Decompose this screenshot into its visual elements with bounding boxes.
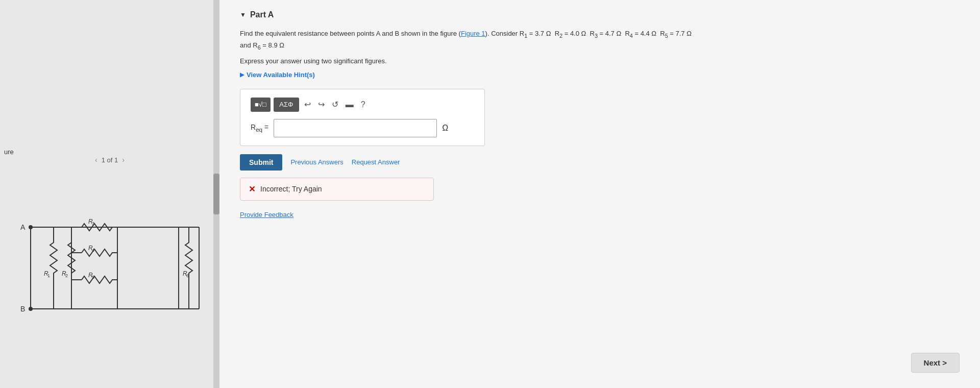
main-content: ▼ Part A Find the equivalent resistance …	[219, 0, 980, 388]
hint-arrow-icon: ▶	[240, 71, 244, 78]
sqrt-button[interactable]: ■√□	[251, 98, 271, 112]
svg-text:1: 1	[47, 273, 50, 278]
incorrect-icon: ✕	[249, 184, 255, 194]
submit-row: Submit Previous Answers Request Answer	[240, 154, 960, 171]
submit-button[interactable]: Submit	[240, 154, 282, 171]
omega-label: Ω	[442, 124, 448, 133]
request-answer-link[interactable]: Request Answer	[352, 158, 400, 166]
svg-text:A: A	[20, 223, 26, 231]
problem-text: Find the equivalent resistance between p…	[240, 29, 699, 52]
input-row: Req = Ω	[251, 119, 474, 137]
keyboard-icon: ▬	[346, 100, 354, 109]
pagination: ‹ 1 of 1 ›	[95, 156, 125, 164]
svg-text:B: B	[20, 305, 25, 313]
part-title: Part A	[250, 10, 274, 19]
figure-label: ure	[4, 148, 14, 156]
scroll-thumb[interactable]	[213, 174, 219, 214]
redo-icon: ↪	[318, 100, 325, 109]
redo-button[interactable]: ↪	[316, 99, 327, 110]
req-label: Req =	[251, 123, 268, 133]
next-button[interactable]: Next >	[911, 353, 960, 373]
sig-figs-note: Express your answer using two significan…	[240, 57, 960, 65]
prev-page-arrow[interactable]: ‹	[95, 156, 97, 164]
collapse-arrow[interactable]: ▼	[240, 11, 246, 18]
hint-link-text: View Available Hint(s)	[247, 71, 315, 79]
pagination-text: 1 of 1	[102, 156, 118, 164]
left-panel: ure ‹ 1 of 1 › A B R 1	[0, 0, 219, 388]
symbol-button[interactable]: ΑΣΦ	[274, 98, 299, 112]
question-icon: ?	[361, 100, 365, 109]
hint-link[interactable]: ▶ View Available Hint(s)	[240, 71, 960, 79]
symbol-label: ΑΣΦ	[279, 101, 293, 108]
feedback-link[interactable]: Provide Feedback	[240, 211, 960, 219]
part-header: ▼ Part A	[240, 10, 960, 19]
scrollbar[interactable]	[213, 0, 219, 388]
svg-text:2: 2	[65, 273, 68, 278]
previous-answers-link[interactable]: Previous Answers	[290, 158, 343, 166]
undo-button[interactable]: ↩	[302, 99, 313, 110]
keyboard-button[interactable]: ▬	[344, 99, 356, 110]
refresh-button[interactable]: ↺	[330, 99, 340, 110]
undo-icon: ↩	[304, 100, 311, 109]
answer-box: ■√□ ΑΣΦ ↩ ↪ ↺ ▬ ? Req = Ω	[240, 89, 485, 146]
incorrect-box: ✕ Incorrect; Try Again	[240, 178, 434, 201]
refresh-icon: ↺	[332, 100, 338, 109]
help-button[interactable]: ?	[359, 99, 368, 110]
next-page-arrow[interactable]: ›	[122, 156, 125, 164]
incorrect-text: Incorrect; Try Again	[260, 185, 322, 193]
figure-link[interactable]: Figure 1	[461, 30, 485, 37]
circuit-diagram: A B R 1 R 2	[15, 184, 204, 337]
answer-input[interactable]	[274, 119, 437, 137]
toolbar: ■√□ ΑΣΦ ↩ ↪ ↺ ▬ ?	[251, 98, 474, 112]
sqrt-icon: ■√□	[255, 101, 266, 108]
